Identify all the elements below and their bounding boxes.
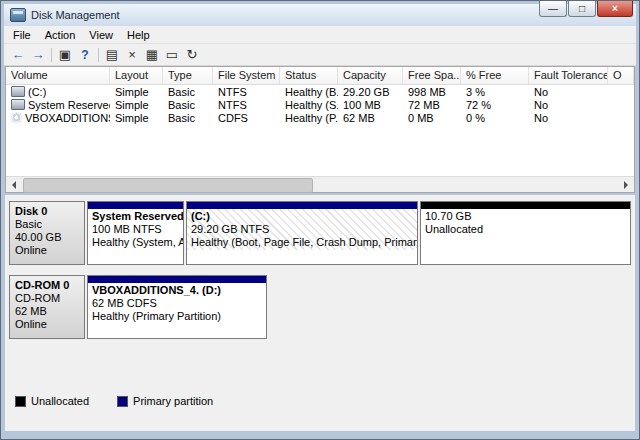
close-button[interactable]: × — [597, 1, 633, 17]
menu-action[interactable]: Action — [38, 27, 83, 43]
column-header-overhead[interactable]: O — [608, 67, 634, 84]
window-controls: — □ × — [538, 1, 633, 17]
disk-status: Online — [15, 318, 79, 331]
properties-icon[interactable]: ▦ — [142, 46, 162, 64]
volume-pctfree: 72 % — [461, 99, 529, 111]
partition-color-strip — [88, 276, 266, 283]
volume-status: Healthy (B... — [280, 86, 338, 98]
volume-faulttolerance: No — [529, 86, 608, 98]
column-header-faulttolerance[interactable]: Fault Tolerance — [529, 67, 608, 84]
legend-label: Primary partition — [133, 395, 213, 407]
menu-file[interactable]: File — [6, 27, 38, 43]
volume-layout: Simple — [110, 86, 163, 98]
maximize-button[interactable]: □ — [568, 1, 596, 17]
partition-vboxadditions[interactable]: VBOXADDITIONS_4. (D:) 62 MB CDFS Healthy… — [87, 275, 267, 339]
unallocated-color-strip — [421, 202, 630, 209]
partition-name: (C:) — [191, 210, 413, 223]
volume-freespace: 998 MB — [403, 86, 461, 98]
show-console-tree-icon[interactable]: ▣ — [55, 46, 75, 64]
partition-system-reserved[interactable]: System Reserved 100 MB NTFS Healthy (Sys… — [87, 201, 184, 265]
toolbar-separator — [51, 48, 52, 62]
volume-pctfree: 0 % — [461, 112, 529, 124]
partition-detail: 100 MB NTFS — [92, 223, 179, 236]
volume-list-header: Volume Layout Type File System Status Ca… — [6, 67, 634, 85]
disk-status: Online — [15, 244, 79, 257]
volume-filesystem: CDFS — [213, 112, 280, 124]
table-row[interactable]: (C:) Simple Basic NTFS Healthy (B... 29.… — [6, 85, 634, 98]
forward-icon[interactable]: → — [28, 46, 48, 64]
volume-name: VBOXADDITIONS_... — [25, 112, 110, 124]
volume-type: Basic — [163, 86, 213, 98]
toolbar: ← → ▣ ? ▤ × ▦ ▭ ↻ — [4, 44, 636, 66]
minimize-button[interactable]: — — [539, 1, 567, 17]
partition-name: System Reserved — [92, 210, 179, 223]
unallocated-space[interactable]: 10.70 GB Unallocated — [420, 201, 631, 265]
volume-freespace: 72 MB — [403, 99, 461, 111]
volume-freespace: 0 MB — [403, 112, 461, 124]
disk-management-window: Disk Management — □ × File Action View H… — [0, 0, 640, 440]
scrollbar-thumb[interactable] — [23, 178, 313, 193]
unallocated-swatch — [15, 396, 26, 407]
volume-filesystem: NTFS — [213, 99, 280, 111]
table-row[interactable]: System Reserved Simple Basic NTFS Health… — [6, 98, 634, 111]
window-title: Disk Management — [31, 9, 120, 21]
delete-icon[interactable]: × — [122, 46, 142, 64]
disk-name: Disk 0 — [15, 205, 79, 218]
column-header-layout[interactable]: Layout — [110, 67, 163, 84]
column-header-filesystem[interactable]: File System — [213, 67, 280, 84]
column-header-capacity[interactable]: Capacity — [338, 67, 403, 84]
help-icon[interactable]: ? — [75, 46, 95, 64]
scroll-left-icon — [8, 181, 16, 189]
scroll-right-button[interactable] — [618, 177, 634, 192]
unallocated-size: 10.70 GB — [425, 210, 626, 223]
menu-help[interactable]: Help — [120, 27, 157, 43]
menu-view[interactable]: View — [82, 27, 120, 43]
column-header-volume[interactable]: Volume — [6, 67, 110, 84]
volume-list: Volume Layout Type File System Status Ca… — [5, 66, 635, 193]
column-header-freespace[interactable]: Free Spa... — [403, 67, 461, 84]
volume-drive-icon — [11, 86, 25, 97]
partition-status: Healthy (Boot, Page File, Crash Dump, Pr… — [191, 236, 413, 249]
empty-space — [269, 275, 631, 339]
disk-size: 40.00 GB — [15, 231, 79, 244]
volume-faulttolerance: No — [529, 112, 608, 124]
partition-name: VBOXADDITIONS_4. (D:) — [92, 284, 262, 297]
back-icon[interactable]: ← — [8, 46, 28, 64]
scroll-left-button[interactable] — [6, 177, 22, 192]
graphical-view: Disk 0 Basic 40.00 GB Online System Rese… — [5, 195, 635, 431]
column-header-pctfree[interactable]: % Free — [461, 67, 529, 84]
partition-status: Healthy (System, Activ — [92, 236, 179, 249]
volume-cd-icon — [11, 112, 22, 123]
legend-item-unallocated: Unallocated — [15, 395, 89, 407]
partition-detail: 62 MB CDFS — [92, 297, 262, 310]
volume-capacity: 100 MB — [338, 99, 403, 111]
unallocated-label: Unallocated — [425, 223, 626, 236]
legend: Unallocated Primary partition — [15, 395, 213, 407]
partition-c-drive[interactable]: (C:) 29.20 GB NTFS Healthy (Boot, Page F… — [186, 201, 418, 265]
scroll-right-icon — [624, 181, 632, 189]
volume-layout: Simple — [110, 99, 163, 111]
column-header-type[interactable]: Type — [163, 67, 213, 84]
volume-name: System Reserved — [28, 99, 110, 111]
cdrom-0-row: CD-ROM 0 CD-ROM 62 MB Online VBOXADDITIO… — [9, 275, 631, 339]
volume-type: Basic — [163, 112, 213, 124]
disk-type: CD-ROM — [15, 292, 79, 305]
primary-partition-swatch — [117, 396, 128, 407]
horizontal-scrollbar[interactable] — [6, 176, 634, 192]
menu-bar: File Action View Help — [4, 26, 636, 44]
volume-filesystem: NTFS — [213, 86, 280, 98]
cdrom-0-device-box[interactable]: CD-ROM 0 CD-ROM 62 MB Online — [9, 275, 85, 339]
disk-type: Basic — [15, 218, 79, 231]
volume-capacity: 62 MB — [338, 112, 403, 124]
volume-status: Healthy (P... — [280, 112, 338, 124]
disk-0-partitions: System Reserved 100 MB NTFS Healthy (Sys… — [87, 201, 631, 265]
table-row[interactable]: VBOXADDITIONS_... Simple Basic CDFS Heal… — [6, 111, 634, 124]
cdrom-0-partitions: VBOXADDITIONS_4. (D:) 62 MB CDFS Healthy… — [87, 275, 631, 339]
refresh-icon[interactable]: ↻ — [182, 46, 202, 64]
disk-0-row: Disk 0 Basic 40.00 GB Online System Rese… — [9, 201, 631, 265]
column-header-status[interactable]: Status — [280, 67, 338, 84]
export-list-icon[interactable]: ▤ — [102, 46, 122, 64]
open-folder-icon[interactable]: ▭ — [162, 46, 182, 64]
partition-color-strip — [187, 202, 417, 209]
disk-0-device-box[interactable]: Disk 0 Basic 40.00 GB Online — [9, 201, 85, 265]
